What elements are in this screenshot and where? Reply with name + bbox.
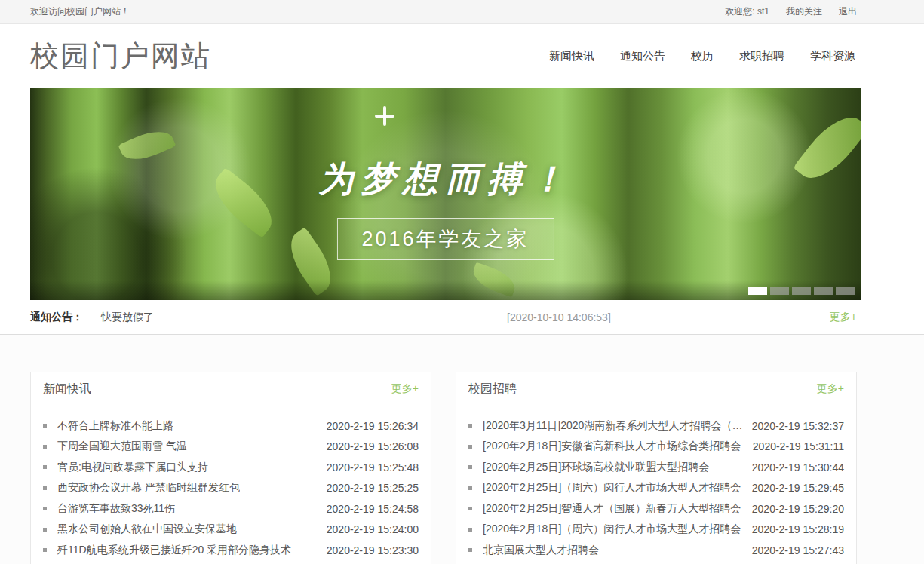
job-date: 2020-2-19 15:29:45	[743, 482, 844, 494]
hero-carousel: 为梦想而搏！ 2016年学友之家	[30, 88, 861, 300]
leaf-decoration	[281, 227, 342, 296]
job-date: 2020-2-19 15:29:20	[743, 503, 844, 515]
list-item: 官员:电视问政暴露下属口头支持2020-2-19 15:25:48	[43, 457, 419, 478]
leaf-decoration	[469, 262, 519, 298]
list-item: [2020年2月18日]（周六）闵行人才市场大型人才招聘会2020-2-19 1…	[468, 520, 844, 541]
bullet-icon	[468, 486, 472, 490]
job-link[interactable]: [2020年3月11日]2020湖南新春系列大型人才招聘会（四）	[483, 419, 743, 433]
notice-timestamp: [2020-10-10 14:06:53]	[507, 311, 611, 323]
list-item: [2020年3月11日]2020湖南新春系列大型人才招聘会（四）2020-2-1…	[468, 415, 844, 437]
list-item: 西安政协会议开幕 严禁临时组群发红包2020-2-19 15:25:25	[43, 478, 419, 499]
my-follow-link[interactable]: 我的关注	[786, 5, 822, 18]
job-link[interactable]: 北京国展大型人才招聘会	[483, 544, 599, 557]
jobs-panel: 校园招聘 更多+ [2020年3月11日]2020湖南新春系列大型人才招聘会（四…	[456, 372, 857, 564]
news-date: 2020-2-19 15:23:30	[318, 544, 419, 556]
job-link[interactable]: [2020年2月25日]智通人才（国展）新春万人大型招聘会	[483, 502, 741, 516]
job-link[interactable]: [2020年2月18日]（周六）闵行人才市场大型人才招聘会	[483, 523, 741, 536]
bullet-icon	[43, 445, 47, 449]
main-nav: 新闻快讯 通知公告 校历 求职招聘 学科资源	[548, 44, 857, 68]
bullet-icon	[43, 465, 47, 469]
bullet-icon	[468, 528, 472, 532]
job-date: 2020-2-19 15:32:37	[743, 420, 844, 432]
news-date: 2020-2-19 15:24:58	[318, 503, 419, 515]
bullet-icon	[43, 528, 47, 532]
bullet-icon	[468, 507, 472, 510]
notice-item-link[interactable]: 快要放假了	[101, 311, 154, 324]
nav-item-calendar[interactable]: 校历	[689, 44, 715, 68]
news-link[interactable]: 下周全国迎大范围雨雪 气温	[57, 440, 187, 453]
bullet-icon	[468, 465, 472, 469]
job-date: 2020-2-19 15:28:19	[743, 523, 844, 535]
carousel-dot-4[interactable]	[814, 287, 833, 295]
job-date: 2020-2-19 15:27:43	[743, 544, 844, 556]
news-date: 2020-2-19 15:26:34	[318, 420, 419, 432]
bullet-icon	[468, 445, 472, 449]
nav-item-resources[interactable]: 学科资源	[809, 44, 857, 68]
carousel-indicators	[748, 287, 855, 295]
list-item: 下周全国迎大范围雨雪 气温2020-2-19 15:26:08	[43, 437, 419, 458]
bullet-icon	[43, 507, 47, 510]
bullet-icon	[43, 424, 47, 428]
logout-link[interactable]: 退出	[839, 5, 857, 18]
site-title: 校园门户网站	[30, 37, 211, 75]
notice-more-link[interactable]: 更多+	[830, 311, 857, 324]
jobs-panel-title: 校园招聘	[468, 382, 517, 397]
carousel-dot-1[interactable]	[748, 287, 767, 295]
list-item: [2020年2月25日]（周六）闵行人才市场大型人才招聘会2020-2-19 1…	[468, 478, 844, 499]
notice-bar: 通知公告： 快要放假了 [2020-10-10 14:06:53] 更多+	[0, 300, 924, 335]
notice-label: 通知公告：	[30, 311, 83, 324]
nav-item-news[interactable]: 新闻快讯	[548, 44, 596, 68]
news-link[interactable]: 台游览车事故致33死11伤	[57, 502, 175, 516]
news-date: 2020-2-19 15:24:00	[318, 523, 419, 535]
nav-item-jobs[interactable]: 求职招聘	[738, 44, 786, 68]
carousel-dot-5[interactable]	[836, 287, 855, 295]
news-list: 不符合上牌标准不能上路2020-2-19 15:26:34 下周全国迎大范围雨雪…	[31, 406, 431, 564]
news-panel-title: 新闻快讯	[43, 382, 91, 397]
job-link[interactable]: [2020年2月25日]（周六）闵行人才市场大型人才招聘会	[483, 481, 741, 495]
news-link[interactable]: 西安政协会议开幕 严禁临时组群发红包	[57, 481, 240, 495]
list-item: 不符合上牌标准不能上路2020-2-19 15:26:34	[43, 415, 419, 437]
list-item: 台游览车事故致33死11伤2020-2-19 15:24:58	[43, 498, 419, 520]
list-item: [2020年2月25日]智通人才（国展）新春万人大型招聘会2020-2-19 1…	[468, 498, 844, 520]
topbar-welcome-text: 欢迎访问校园门户网站！	[30, 5, 130, 18]
user-welcome-text: 欢迎您: st1	[725, 5, 769, 18]
news-link[interactable]: 官员:电视问政暴露下属口头支持	[57, 461, 208, 474]
jobs-list: [2020年3月11日]2020湖南新春系列大型人才招聘会（四）2020-2-1…	[456, 406, 856, 564]
job-date: 2020-2-19 15:31:11	[744, 440, 844, 452]
list-item: 歼11D航电系统升级已接近歼20 采用部分隐身技术2020-2-19 15:23…	[43, 540, 419, 561]
topbar: 欢迎访问校园门户网站！ 欢迎您: st1 我的关注 退出	[0, 0, 924, 24]
bullet-icon	[43, 548, 47, 552]
banner-slogan: 为梦想而搏！	[30, 156, 861, 203]
job-link[interactable]: [2020年2月25日]环球场高校就业联盟大型招聘会	[483, 461, 709, 474]
banner-subtitle: 2016年学友之家	[336, 218, 554, 260]
bullet-icon	[468, 548, 472, 552]
news-panel: 新闻快讯 更多+ 不符合上牌标准不能上路2020-2-19 15:26:34 下…	[30, 372, 431, 564]
news-date: 2020-2-19 15:26:08	[318, 440, 419, 452]
list-item: [2020年2月18日]安徽省高新科技人才市场综合类招聘会2020-2-19 1…	[468, 437, 844, 458]
list-item: [2020年2月25日]环球场高校就业联盟大型招聘会2020-2-19 15:3…	[468, 457, 844, 478]
news-date: 2020-2-19 15:25:48	[318, 461, 419, 474]
nav-item-notices[interactable]: 通知公告	[619, 44, 667, 68]
bullet-icon	[468, 424, 472, 428]
news-more-link[interactable]: 更多+	[391, 382, 419, 396]
bullet-icon	[43, 486, 47, 490]
header: 校园门户网站 新闻快讯 通知公告 校历 求职招聘 学科资源	[0, 24, 924, 88]
job-link[interactable]: [2020年2月18日]安徽省高新科技人才市场综合类招聘会	[483, 440, 741, 453]
sparkle-decoration	[383, 106, 386, 126]
job-date: 2020-2-19 15:30:44	[743, 461, 844, 474]
carousel-dot-3[interactable]	[792, 287, 811, 295]
list-item: 北京国展大型人才招聘会2020-2-19 15:27:43	[468, 540, 844, 561]
news-date: 2020-2-19 15:25:25	[318, 482, 419, 494]
carousel-dot-2[interactable]	[770, 287, 789, 295]
news-link[interactable]: 黑水公司创始人欲在中国设立安保基地	[57, 523, 237, 536]
news-link[interactable]: 不符合上牌标准不能上路	[57, 419, 173, 433]
news-link[interactable]: 歼11D航电系统升级已接近歼20 采用部分隐身技术	[57, 544, 291, 557]
list-item: 黑水公司创始人欲在中国设立安保基地2020-2-19 15:24:00	[43, 520, 419, 541]
jobs-more-link[interactable]: 更多+	[817, 382, 844, 396]
main-content: 新闻快讯 更多+ 不符合上牌标准不能上路2020-2-19 15:26:34 下…	[0, 335, 924, 564]
